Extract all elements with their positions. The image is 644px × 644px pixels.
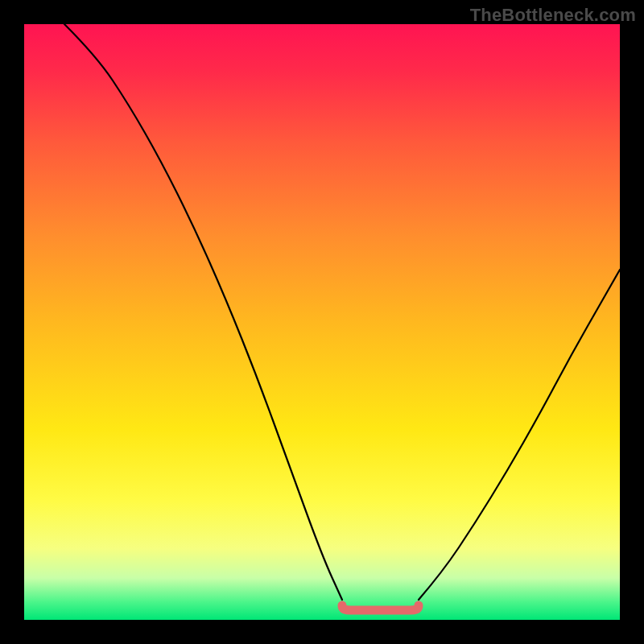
left-branch-path (64, 24, 342, 600)
curve-layer (24, 24, 620, 620)
watermark-text: TheBottleneck.com (470, 5, 636, 26)
flat-bottom-path (342, 605, 419, 610)
chart-frame: TheBottleneck.com (0, 0, 644, 644)
right-branch-path (419, 270, 620, 600)
